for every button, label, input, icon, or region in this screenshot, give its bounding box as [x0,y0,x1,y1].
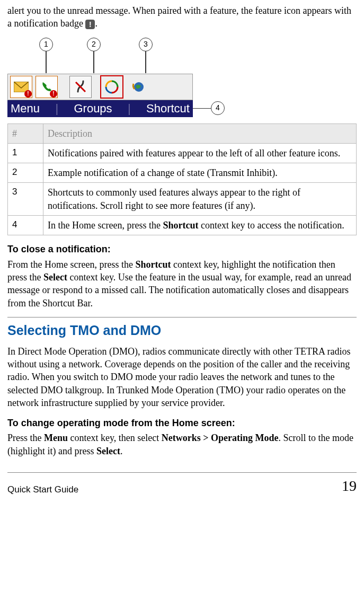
table-row: 2 Example notification of a change of st… [8,163,357,183]
softkey-menu: Menu [11,101,40,117]
close-notification-heading: To close a notification: [7,243,357,255]
section-title: Selecting TMO and DMO [7,322,357,340]
globe-icon [127,76,149,98]
cell-desc: In the Home screen, press the Shortcut c… [43,216,357,235]
callout-line [93,51,94,73]
table-row: 4 In the Home screen, press the Shortcut… [8,216,357,235]
table-row: 3 Shortcuts to commonly used features al… [8,183,357,216]
intro-period: . [95,18,97,29]
cell-desc: Example notification of a change of stat… [43,163,357,183]
intro-text: alert you to the unread message. When pa… [7,5,351,29]
icon-bar: ! ! [7,74,193,100]
change-mode-heading: To change operating mode from the Home s… [7,417,357,429]
cell-num: 1 [8,143,43,163]
cell-desc: Shortcuts to commonly used features alwa… [43,183,357,216]
section-para: In Direct Mode Operation (DMO), radios c… [7,345,357,409]
header-num: # [8,124,43,143]
badge-icon: ! [50,90,57,98]
badge-icon: ! [24,90,32,98]
missed-call-icon: ! [35,76,58,98]
message-icon: ! [10,76,32,98]
close-notification-para: From the Home screen, press the Shortcut… [7,258,357,310]
shortcut-bar-diagram: 1 2 3 4 ! ! Menu | Groups | Shortcu [4,36,237,120]
page-number: 19 [342,476,357,496]
transmit-inhibit-icon [69,76,92,98]
header-desc: Description [43,124,357,143]
soft-key-bar: Menu | Groups | Shortcut [7,100,193,117]
footer-title: Quick Start Guide [7,484,78,496]
table-header-row: # Description [8,124,357,143]
description-table: # Description 1 Notifications paired wit… [7,124,357,236]
callout-line [145,51,146,73]
cell-num: 2 [8,163,43,183]
callout-4: 4 [211,101,225,115]
callout-line [46,51,47,73]
separator: | [128,101,131,117]
table-row: 1 Notifications paired with features app… [8,143,357,163]
callout-line [193,108,211,109]
notification-badge-icon: ! [85,20,95,29]
cell-desc: Notifications paired with features appea… [43,143,357,163]
page-footer: Quick Start Guide 19 [7,472,357,496]
callout-1: 1 [39,38,53,51]
intro-paragraph: alert you to the unread message. When pa… [7,4,357,30]
callout-2: 2 [87,38,101,51]
change-mode-para: Press the Menu context key, then select … [7,431,357,457]
cell-num: 4 [8,216,43,235]
section-divider [7,317,357,317]
callout-3: 3 [139,38,153,51]
svg-line-1 [76,82,85,92]
cell-num: 3 [8,183,43,216]
shortcut-feature-icon [100,75,123,99]
softkey-groups: Groups [74,101,112,117]
softkey-shortcut: Shortcut [146,101,190,117]
separator: | [55,101,58,117]
